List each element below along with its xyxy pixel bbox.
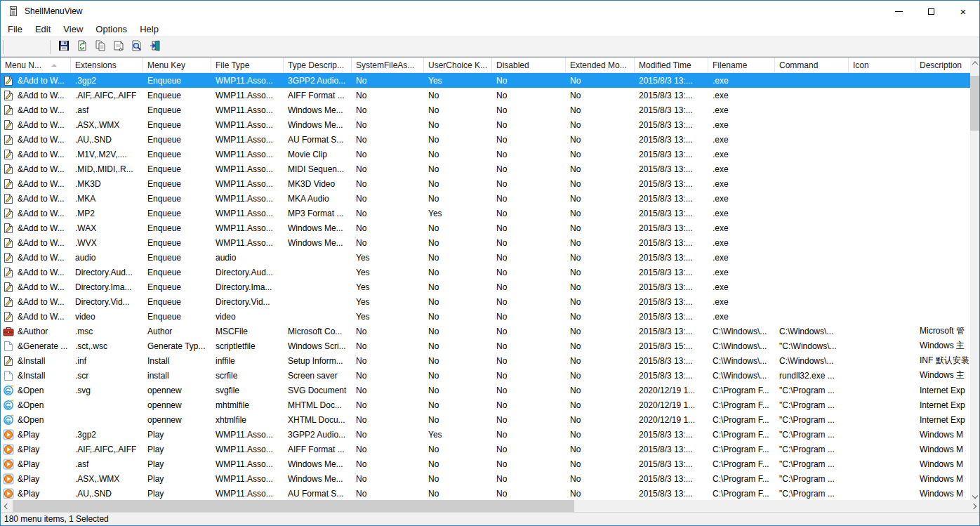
cell-text: No — [356, 371, 366, 381]
table-row[interactable]: &Add to W....MP2EnqueueWMP11.Asso...MP3 … — [1, 206, 972, 221]
horizontal-scrollbar-thumb[interactable] — [13, 500, 574, 512]
column-header-menu-n[interactable]: Menu N... — [1, 58, 71, 72]
cell-type-descrip — [284, 309, 352, 324]
cell-description: Windows M — [915, 471, 972, 486]
table-row[interactable]: &Add to W...Directory.Aud...EnqueueDirec… — [1, 265, 972, 280]
scroll-left-button[interactable] — [1, 500, 13, 512]
table-row[interactable]: &Add to W....M1V,.M2V,....EnqueueWMP11.A… — [1, 147, 972, 162]
table-row[interactable]: &Author.mscAuthorMSCFileMicrosoft Co...N… — [1, 324, 972, 338]
cell-text: No — [570, 356, 581, 366]
refresh-button[interactable] — [74, 39, 91, 55]
wmp-icon — [3, 459, 14, 470]
table-row[interactable]: &Generate ....sct,.wscGenerate Typ...scr… — [1, 338, 972, 353]
table-row[interactable]: &Install.infInstallinffileSetup Inform..… — [1, 353, 972, 368]
table-row[interactable]: &Add to W....AIF,.AIFC,.AIFFEnqueueWMP11… — [1, 88, 972, 103]
table-row[interactable]: &Play.3gp2PlayWMP11.Asso...3GPP2 Audio..… — [1, 427, 972, 442]
cell-text: 2015/8/3 13:... — [639, 268, 693, 277]
table-row[interactable]: &Add to W....WAXEnqueueWMP11.Asso...Wind… — [1, 221, 972, 235]
column-header-extensions[interactable]: Extensions — [71, 58, 143, 72]
cell-text: No — [356, 327, 366, 336]
cell-menu-n: &Add to W... — [1, 117, 71, 132]
properties-button[interactable] — [110, 39, 127, 55]
cell-icon — [849, 265, 915, 280]
table-row[interactable]: &Add to W...Directory.Ima...EnqueueDirec… — [1, 280, 972, 294]
vertical-scrollbar[interactable] — [970, 58, 979, 500]
cell-icon — [849, 368, 915, 383]
scroll-right-button[interactable] — [967, 500, 979, 512]
menu-view[interactable]: View — [57, 22, 89, 36]
cell-text: No — [570, 327, 581, 336]
column-header-systemfileas[interactable]: SystemFileAs... — [352, 58, 424, 72]
enable-selected-items-button[interactable] — [28, 39, 45, 55]
column-header-icon[interactable]: Icon — [849, 58, 915, 72]
table-row[interactable]: &OpenopennewxhtmlfileXHTML Docu...NoNoNo… — [1, 412, 972, 427]
menu-options[interactable]: Options — [89, 22, 133, 36]
column-header-disabled[interactable]: Disabled — [492, 58, 566, 72]
exit-button[interactable] — [147, 39, 164, 55]
cell-icon — [849, 117, 915, 132]
cell-extended-mo: No — [566, 456, 635, 471]
minimize-button[interactable] — [882, 1, 915, 22]
cell-text: C:\Program F... — [713, 430, 769, 440]
column-header-filename[interactable]: Filename — [708, 58, 775, 72]
column-header-command[interactable]: Command — [775, 58, 849, 72]
column-header-userchoice-k[interactable]: UserChoice K... — [424, 58, 492, 72]
maximize-button[interactable] — [915, 1, 947, 22]
table-row[interactable]: &Add to W....asfEnqueueWMP11.Asso...Wind… — [1, 103, 972, 117]
column-header-menu-key[interactable]: Menu Key — [143, 58, 211, 72]
copy-button[interactable] — [92, 39, 109, 55]
horizontal-scrollbar[interactable] — [1, 500, 979, 512]
table-row[interactable]: &Play.asfPlayWMP11.Asso...Windows Me...N… — [1, 456, 972, 471]
scroll-up-button[interactable] — [970, 58, 979, 68]
table-row[interactable]: &Open.svgopennewsvgfileSVG DocumentNoNoN… — [1, 383, 972, 397]
save-button[interactable] — [55, 39, 72, 55]
menu-help[interactable]: Help — [133, 22, 165, 36]
table-row[interactable]: &Add to W....ASX,.WMXEnqueueWMP11.Asso..… — [1, 117, 972, 132]
table-row[interactable]: &Install.scrinstallscrfileScreen saverNo… — [1, 368, 972, 383]
column-header-extended-mo[interactable]: Extended Mo... — [566, 58, 635, 72]
menu-edit[interactable]: Edit — [29, 22, 57, 36]
table-row[interactable]: &Add to W....WVXEnqueueWMP11.Asso...Wind… — [1, 235, 972, 250]
column-header-description[interactable]: Description — [915, 58, 972, 72]
chevron-right-icon — [970, 503, 976, 508]
table-row[interactable]: &Add to W....3gp2EnqueueWMP11.Asso...3GP… — [1, 73, 972, 88]
cell-modified-time: 2015/8/3 13:... — [635, 206, 708, 221]
cell-extended-mo: No — [566, 88, 635, 103]
cell-text: 2015/8/3 13:... — [639, 209, 693, 218]
scroll-down-button[interactable] — [970, 490, 979, 500]
ie-icon — [3, 385, 14, 396]
column-header-modified-time[interactable]: Modified Time — [635, 58, 708, 72]
cell-file-type: WMP11.Asso... — [211, 73, 284, 88]
cell-disabled: No — [492, 442, 566, 456]
cell-systemfileas: No — [352, 412, 424, 427]
column-header-type-descrip[interactable]: Type Descrip... — [284, 58, 352, 72]
column-header-file-type[interactable]: File Type — [211, 58, 284, 72]
cell-filename: .exe — [708, 117, 775, 132]
close-button[interactable]: × — [947, 1, 979, 22]
menu-file[interactable]: File — [1, 22, 29, 36]
table-row[interactable]: &Play.ASX,.WMXPlayWMP11.Asso...Windows M… — [1, 471, 972, 486]
table-row[interactable]: &Add to W...videoEnqueuevideoYesNoNoNo20… — [1, 309, 972, 324]
cell-command: rundll32.exe ... — [775, 368, 849, 383]
table-row[interactable]: &Add to W...audioEnqueueaudioYesNoNoNo20… — [1, 250, 972, 265]
table-row[interactable]: &Add to W...Directory.Vid...EnqueueDirec… — [1, 294, 972, 309]
vertical-scrollbar-thumb[interactable] — [970, 76, 979, 131]
cell-text: Windows M — [920, 474, 963, 484]
table-row[interactable]: &OpenopennewmhtmlfileMHTML Doc...NoNoNoN… — [1, 397, 972, 412]
cell-text: 3GPP2 Audio... — [288, 76, 345, 86]
column-header-label: Filename — [713, 60, 747, 70]
find-button[interactable] — [128, 39, 145, 55]
cell-filename: .exe — [708, 309, 775, 324]
toolbar-gripper[interactable] — [3, 40, 5, 54]
cell-text: WMP11.Asso... — [216, 105, 273, 115]
table-row[interactable]: &Play.AIF,.AIFC,.AIFFPlayWMP11.Asso...AI… — [1, 442, 972, 456]
table-row[interactable]: &Add to W....AU,.SNDEnqueueWMP11.Asso...… — [1, 132, 972, 147]
table-row[interactable]: &Add to W....MKAEnqueueWMP11.Asso...MKA … — [1, 191, 972, 206]
cell-menu-key: opennew — [143, 383, 211, 397]
disable-selected-items-button[interactable] — [10, 39, 27, 55]
table-row[interactable]: &Play.AU,.SNDPlayWMP11.Asso...AU Format … — [1, 486, 972, 500]
cell-text: No — [428, 150, 439, 159]
table-row[interactable]: &Add to W....MID,.MIDI,.R...EnqueueWMP11… — [1, 162, 972, 176]
table-row[interactable]: &Add to W....MK3DEnqueueWMP11.Asso...MK3… — [1, 176, 972, 191]
cell-text: No — [356, 91, 366, 100]
